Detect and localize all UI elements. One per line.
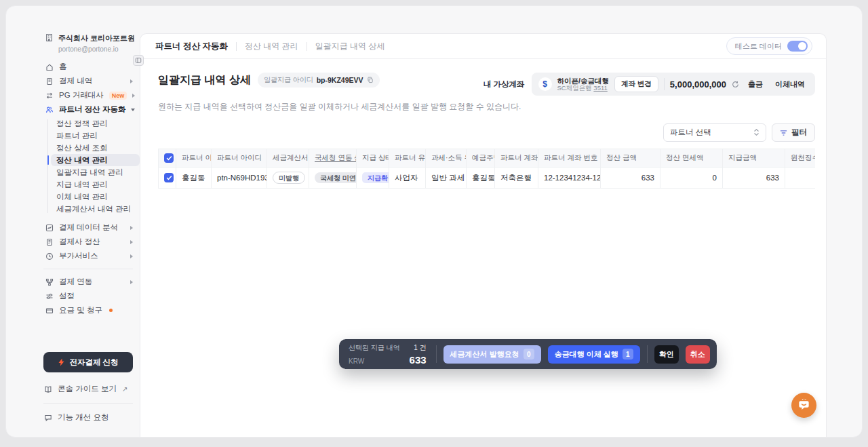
topbar: 파트너 정산 자동화 정산 내역 관리 일괄지급 내역 상세 테스트 데이터 [140, 34, 826, 59]
table-row[interactable]: 홍길동 ptn-N69HD193XR 미발행 국세청 미연동 지급확정 사업자 … [159, 168, 816, 189]
bank-logo-icon: $ [538, 77, 552, 91]
building-icon [45, 33, 54, 42]
page-title: 일괄지급 내역 상세 [158, 73, 251, 88]
feature-request-link[interactable]: 기능 개선 요청 [43, 409, 140, 426]
sidebar: 주식회사 코리아포트원 (Kore... portone@portone.io … [6, 6, 140, 437]
new-badge: New [109, 92, 127, 100]
bank-code-link[interactable]: 3511 [593, 84, 607, 92]
breadcrumb-root: 파트너 정산 자동화 [155, 41, 228, 52]
divider [436, 345, 437, 363]
copy-icon[interactable] [367, 77, 374, 83]
sidebar-item-psp-settlement[interactable]: 결제사 정산 [43, 235, 140, 249]
row-checkbox[interactable] [164, 173, 174, 182]
cell-tax-invoice-status: 미발행 [267, 168, 309, 189]
toggle-switch-on[interactable] [787, 41, 808, 52]
sidebar-item-home[interactable]: 홈 [43, 60, 140, 74]
console-guide-link[interactable]: 콘솔 가이드 보기 ↗ [43, 381, 140, 397]
filter-icon [780, 130, 787, 136]
cell-withholding [785, 168, 816, 189]
sidebar-subitem-transfer-history[interactable]: 이체 내역 관리 [51, 191, 140, 203]
chevron-down-icon [131, 109, 135, 111]
sidebar-subitem-settlement-detail[interactable]: 정산 상세 조회 [51, 142, 140, 154]
refresh-icon[interactable] [732, 81, 739, 88]
nts-link-status-header[interactable]: 국세청 연동 상태 [309, 149, 357, 168]
partner-select[interactable]: 파트너 선택 [663, 123, 766, 142]
cancel-button[interactable]: 취소 [686, 345, 710, 364]
breadcrumb-bulk-payout-detail[interactable]: 일괄지급 내역 상세 [315, 41, 385, 52]
sidebar-item-billing[interactable]: 요금 및 청구 [43, 303, 140, 317]
sidebar-item-partner-settlement[interactable]: 파트너 정산 자동화 [43, 102, 140, 117]
breadcrumb-separator [307, 42, 307, 51]
sidebar-subitem-tax-invoice-history[interactable]: 세금계산서 내역 관리 [51, 203, 140, 215]
page-description: 원하는 지급 내역을 선택하여 정산금을 일괄 이체하거나 세금계산서를 일괄 … [158, 101, 815, 113]
selected-count: 1 건 [410, 343, 427, 353]
sliders-icon [45, 292, 54, 300]
virtual-account-section: 내 가상계좌 $ 하이픈/송금대행 SC제일은행 3511 계좌 변경 5,00… [484, 73, 815, 96]
transfer-execute-button[interactable]: 송금대행 이체 실행 1 [548, 345, 640, 364]
breadcrumb-separator [236, 42, 237, 51]
payout-table: 파트너 이름 파트너 아이디 세금계산서 상태 국세청 연동 상태 지급 상태 … [158, 149, 815, 189]
chevron-right-icon [130, 226, 133, 230]
partners-icon [45, 105, 54, 114]
sidebar-item-integration[interactable]: 결제 연동 [43, 275, 140, 289]
e-payment-apply-button[interactable]: 전자결제 신청 [43, 352, 133, 372]
cell-tax-free-amount: 0 [660, 168, 723, 189]
selected-amount: 633 [410, 354, 427, 366]
sidebar-collapse-button[interactable] [133, 55, 144, 66]
sidebar-bottom: 전자결제 신청 콘솔 가이드 보기 ↗ 기능 개선 요청 [43, 352, 140, 426]
selection-summary: 선택된 지급 내역 1 건 KRW 633 [346, 343, 429, 366]
withdraw-button[interactable]: 출금 [745, 79, 766, 90]
confirm-button[interactable]: 확인 [654, 345, 679, 364]
sidebar-subitem-partner-management[interactable]: 파트너 관리 [51, 130, 140, 142]
main-panel: 파트너 정산 자동화 정산 내역 관리 일괄지급 내역 상세 테스트 데이터 일… [140, 33, 827, 437]
sidebar-subitem-settlement-history[interactable]: 정산 내역 관리 [51, 154, 140, 166]
sidebar-item-pg-reconciliation[interactable]: PG 거래대사 New [43, 88, 140, 102]
transfer-history-button[interactable]: 이체내역 [772, 79, 808, 90]
cell-partner-type: 사업자 [389, 168, 426, 189]
cell-partner-id: ptn-N69HD193XR [212, 168, 267, 189]
bulk-payout-id-badge: 일괄지급 아이디 bp-9KZ49EVV [258, 73, 380, 88]
select-all-checkbox[interactable] [164, 153, 174, 163]
currency-label: KRW [349, 357, 400, 365]
sidebar-item-settings[interactable]: 설정 [43, 289, 140, 303]
cell-holder: 홍길동 [467, 168, 495, 189]
chat-bubble-icon [797, 398, 811, 412]
tax-invoice-status-badge: 미발행 [273, 172, 305, 184]
payout-status-badge: 지급확정 [362, 172, 389, 183]
swap-icon [45, 91, 54, 100]
support-chat-button[interactable] [791, 393, 816, 418]
cell-payout-amount: 633 [723, 168, 785, 189]
account-balance: 5,000,000,000 [670, 79, 726, 90]
sidebar-item-payments[interactable]: 결제 내역 [43, 74, 140, 88]
page-content: 일괄지급 내역 상세 일괄지급 아이디 bp-9KZ49EVV 내 가상계좌 $ [140, 59, 826, 437]
partner-settlement-submenu: 정산 정책 관리 파트너 관리 정산 상세 조회 정산 내역 관리 일괄지급 내… [43, 117, 140, 215]
sidebar-subitem-payout-history[interactable]: 지급 내역 관리 [51, 178, 140, 191]
cell-bank: 저축은행 [495, 168, 538, 189]
sidebar-item-data-analytics[interactable]: 결제 데이터 분석 [43, 220, 140, 235]
chevron-right-icon [130, 280, 133, 284]
divider [664, 78, 665, 90]
select-chevrons-icon [753, 128, 760, 138]
sidebar-subitem-bulk-payout-history[interactable]: 일괄지급 내역 관리 [51, 166, 140, 178]
filter-button[interactable]: 필터 [772, 123, 815, 142]
home-icon [45, 62, 54, 71]
cell-tax-type: 일반 과세 [426, 168, 467, 189]
tax-request-count-badge: 0 [524, 349, 534, 359]
integration-icon [45, 277, 54, 286]
sidebar-subitem-settlement-policy[interactable]: 정산 정책 관리 [51, 117, 140, 130]
breadcrumb-settlement-history[interactable]: 정산 내역 관리 [245, 41, 298, 52]
addon-icon [45, 252, 54, 260]
sidebar-item-addons[interactable]: 부가서비스 [43, 249, 140, 263]
ledger-icon [45, 237, 54, 246]
workspace-switcher[interactable]: 주식회사 코리아포트원 (Kore... portone@portone.io [43, 31, 140, 60]
table-header-row: 파트너 이름 파트너 아이디 세금계산서 상태 국세청 연동 상태 지급 상태 … [159, 149, 816, 168]
tax-invoice-request-button[interactable]: 세금계산서 발행요청 0 [443, 345, 541, 364]
sidebar-divider [43, 403, 133, 404]
notification-dot [109, 309, 113, 312]
selection-action-bar: 선택된 지급 내역 1 건 KRW 633 세금계산서 발행요청 0 송금대행 … [339, 339, 717, 369]
test-data-toggle[interactable]: 테스트 데이터 [726, 37, 812, 55]
cell-settlement-amount: 633 [601, 168, 660, 189]
cell-account-no: 12-12341234-1234 [538, 168, 601, 189]
change-account-button[interactable]: 계좌 변경 [614, 76, 658, 92]
cell-partner-name: 홍길동 [176, 168, 212, 189]
